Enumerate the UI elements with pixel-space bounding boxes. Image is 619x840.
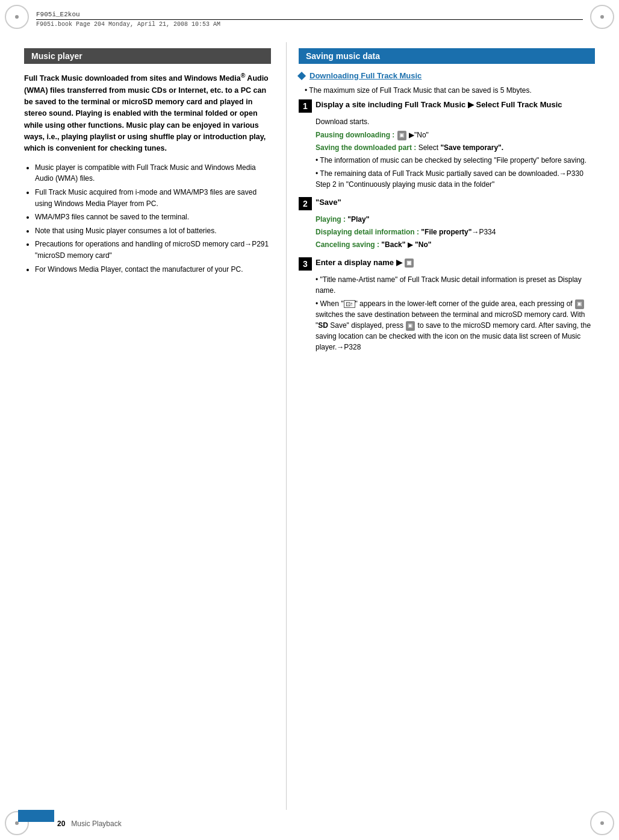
pausing-downloading-line: Pausing downloading : ▣ ▶"No" — [316, 130, 595, 140]
list-item: Full Track Music acquired from i-mode an… — [35, 187, 271, 209]
list-item: Music player is compatible with Full Tra… — [35, 162, 271, 184]
list-item: For Windows Media Player, contact the ma… — [35, 264, 271, 275]
step-3-header: 3 Enter a display name ▶ ▣ — [299, 257, 595, 271]
right-column: Saving music data Downloading Full Track… — [290, 42, 601, 810]
step-1-bullet-1: The information of music can be checked … — [316, 155, 595, 166]
subsection-title: Downloading Full Track Music — [310, 71, 421, 80]
download-starts-text: Download starts. — [316, 116, 595, 127]
step-1-text: Display a site including Full Track Musi… — [316, 99, 562, 110]
step-1-container: 1 Display a site including Full Track Mu… — [299, 99, 595, 190]
saving-downloaded-line: Saving the downloaded part : Select "Sav… — [316, 142, 595, 153]
intro-text: Full Track Music downloaded from sites a… — [24, 71, 271, 155]
left-column: Music player Full Track Music downloaded… — [18, 42, 283, 810]
diamond-icon — [297, 71, 306, 80]
main-content: Music player Full Track Music downloaded… — [18, 42, 601, 810]
step-3-body: "Title name-Artist name" of Full Track M… — [316, 274, 595, 353]
left-bullet-list: Music player is compatible with Full Tra… — [24, 162, 271, 275]
subsection-header: Downloading Full Track Music — [299, 71, 595, 80]
list-item: Precautions for operations and handling … — [35, 239, 271, 261]
displaying-line: Displaying detail information : "File pr… — [316, 227, 595, 237]
list-item: WMA/MP3 files cannot be saved to the ter… — [35, 212, 271, 223]
page-footer: 20 Music Playback — [18, 820, 601, 828]
corner-decoration-tl — [5, 5, 29, 29]
step-3-text: Enter a display name ▶ ▣ — [316, 257, 414, 268]
step-2-container: 2 "Save" Playing : "Play" Displaying det… — [299, 197, 595, 250]
step-2-number: 2 — [299, 197, 312, 210]
list-item: Note that using Music player consumes a … — [35, 225, 271, 237]
header-book-info: F905i.book Page 204 Monday, April 21, 20… — [36, 19, 583, 28]
subsection-note: The maximum size of Full Track Music tha… — [305, 85, 595, 96]
left-section-title: Music player — [24, 48, 271, 64]
step-3-number: 3 — [299, 257, 312, 271]
step-2-body: Playing : "Play" Displaying detail infor… — [316, 214, 595, 250]
step-1-bullet-2: The remaining data of Full Track Music p… — [316, 168, 595, 190]
header-label: F905i_E2kou — [36, 11, 80, 18]
step-1-header: 1 Display a site including Full Track Mu… — [299, 99, 595, 113]
page-header: F905i_E2kou F905i.book Page 204 Monday, … — [36, 11, 583, 28]
step-3-bullet-1: "Title name-Artist name" of Full Track M… — [316, 274, 595, 296]
footer-label: Music Playback — [71, 820, 121, 828]
step-3-bullet-2: When "⊡↑" appears in the lower-left corn… — [316, 298, 595, 353]
step-1-body: Download starts. Pausing downloading : ▣… — [316, 116, 595, 190]
column-divider — [286, 42, 287, 810]
right-section-title: Saving music data — [299, 48, 595, 64]
page-number: 20 — [57, 820, 65, 828]
step-1-number: 1 — [299, 99, 312, 113]
playing-line: Playing : "Play" — [316, 214, 595, 225]
step-3-container: 3 Enter a display name ▶ ▣ "Title name-A… — [299, 257, 595, 353]
canceling-line: Canceling saving : "Back" ▶ "No" — [316, 239, 595, 250]
step-2-header: 2 "Save" — [299, 197, 595, 210]
corner-decoration-tr — [590, 5, 614, 29]
step-2-text: "Save" — [316, 197, 341, 208]
